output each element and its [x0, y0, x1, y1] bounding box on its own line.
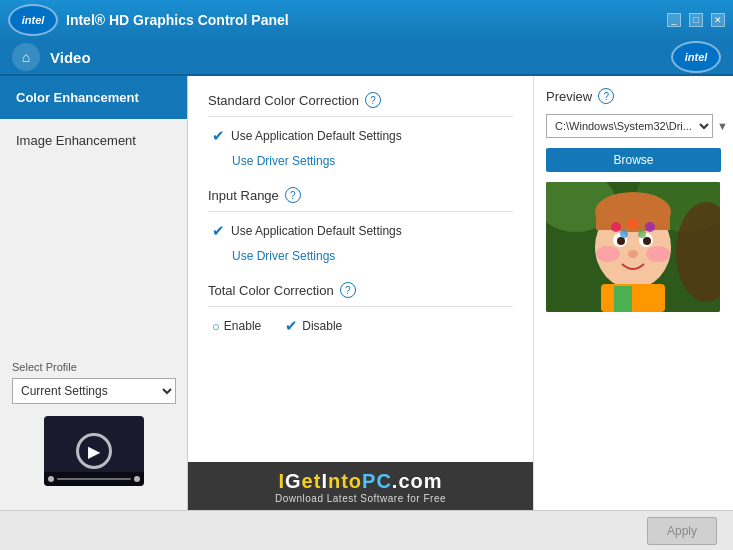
- maximize-button[interactable]: □: [689, 13, 703, 27]
- sidebar-item-color-enhancement[interactable]: Color Enhancement: [0, 76, 187, 119]
- info-icon-input[interactable]: ?: [285, 187, 301, 203]
- section-standard-color: Standard Color Correction ? ✔ Use Applic…: [208, 92, 513, 169]
- radio-enable[interactable]: ○ Enable: [212, 319, 261, 334]
- preview-path-select[interactable]: C:\Windows\System32\Dri...: [546, 114, 713, 138]
- link-driver-settings-input[interactable]: Use Driver Settings: [232, 249, 335, 263]
- watermark-main: IGetIntoPC.com: [188, 470, 533, 493]
- video-controls-bar: [44, 472, 144, 486]
- window-title: Intel® HD Graphics Control Panel: [66, 12, 289, 28]
- content-right-wrapper: Standard Color Correction ? ✔ Use Applic…: [188, 76, 733, 510]
- watermark-bar: IGetIntoPC.com Download Latest Software …: [188, 462, 533, 510]
- bottom-bar: Apply: [0, 510, 733, 550]
- watermark-sub: Download Latest Software for Free: [188, 493, 533, 504]
- checkbox-row-standard: ✔ Use Application Default Settings: [212, 127, 513, 145]
- checkbox-row-input: ✔ Use Application Default Settings: [212, 222, 513, 240]
- right-panel: Preview ? C:\Windows\System32\Dri... ▼ B…: [533, 76, 733, 510]
- vbar-dot2: [134, 476, 140, 482]
- intel-logo-title: intel: [8, 4, 58, 36]
- main-layout: Color Enhancement Image Enhancement Sele…: [0, 76, 733, 510]
- svg-point-17: [596, 246, 620, 262]
- minimize-button[interactable]: _: [667, 13, 681, 27]
- section-title-total: Total Color Correction: [208, 283, 334, 298]
- watermark-get: GetInto: [285, 470, 362, 492]
- checkbox-label-input: Use Application Default Settings: [231, 224, 402, 238]
- radio-disable-icon: ✔: [285, 317, 298, 335]
- link-driver-settings-standard[interactable]: Use Driver Settings: [232, 154, 335, 168]
- radio-disable-label: Disable: [302, 319, 342, 333]
- preview-image-svg: [546, 182, 720, 312]
- divider-input: [208, 211, 513, 212]
- home-button[interactable]: ⌂: [12, 43, 40, 71]
- checkbox-label-standard: Use Application Default Settings: [231, 129, 402, 143]
- play-icon: ▶: [76, 433, 112, 469]
- select-profile-label: Select Profile: [12, 361, 175, 373]
- preview-label: Preview: [546, 89, 592, 104]
- svg-rect-19: [601, 284, 665, 312]
- watermark-dot-com: .com: [392, 470, 443, 492]
- info-icon-preview[interactable]: ?: [598, 88, 614, 104]
- preview-image: [546, 182, 720, 312]
- checkbox-checked-standard: ✔: [212, 127, 225, 145]
- profile-select[interactable]: Current Settings: [12, 378, 176, 404]
- info-icon-standard[interactable]: ?: [365, 92, 381, 108]
- sub-header-title: Video: [50, 49, 91, 66]
- svg-point-15: [620, 230, 628, 238]
- browse-button[interactable]: Browse: [546, 148, 721, 172]
- divider-total: [208, 306, 513, 307]
- svg-point-16: [638, 230, 646, 238]
- content-area: Standard Color Correction ? ✔ Use Applic…: [188, 76, 533, 510]
- svg-rect-20: [614, 286, 632, 312]
- sidebar: Color Enhancement Image Enhancement Sele…: [0, 76, 188, 510]
- path-select-row: C:\Windows\System32\Dri... ▼: [546, 114, 721, 138]
- section-title-standard: Standard Color Correction: [208, 93, 359, 108]
- radio-enable-icon: ○: [212, 319, 220, 334]
- checkbox-checked-input: ✔: [212, 222, 225, 240]
- section-total-color: Total Color Correction ? ○ Enable ✔ Disa…: [208, 282, 513, 335]
- svg-point-13: [628, 219, 638, 229]
- section-title-row-input: Input Range ?: [208, 187, 513, 203]
- svg-point-18: [646, 246, 670, 262]
- intel-logo-header: intel: [671, 41, 721, 73]
- sub-header: ⌂ Video intel: [0, 40, 733, 76]
- svg-point-9: [617, 237, 625, 245]
- vbar-line: [57, 478, 131, 480]
- dropdown-arrow-icon: ▼: [717, 120, 728, 132]
- divider-standard: [208, 116, 513, 117]
- video-thumbnail: ▶: [44, 416, 144, 486]
- radio-disable[interactable]: ✔ Disable: [285, 317, 342, 335]
- radio-enable-label: Enable: [224, 319, 261, 333]
- sidebar-item-image-enhancement[interactable]: Image Enhancement: [0, 119, 187, 162]
- section-input-range: Input Range ? ✔ Use Application Default …: [208, 187, 513, 264]
- section-title-input: Input Range: [208, 188, 279, 203]
- info-icon-total[interactable]: ?: [340, 282, 356, 298]
- svg-point-10: [643, 237, 651, 245]
- preview-label-row: Preview ?: [546, 88, 721, 104]
- apply-button[interactable]: Apply: [647, 517, 717, 545]
- radio-row-total: ○ Enable ✔ Disable: [212, 317, 513, 335]
- section-title-row-total: Total Color Correction ?: [208, 282, 513, 298]
- svg-point-12: [611, 222, 621, 232]
- section-title-row-standard: Standard Color Correction ?: [208, 92, 513, 108]
- svg-point-11: [628, 250, 638, 258]
- sidebar-bottom: Select Profile Current Settings ▶: [0, 349, 187, 510]
- vbar-dot1: [48, 476, 54, 482]
- svg-point-14: [645, 222, 655, 232]
- watermark-pc: PC: [362, 470, 392, 492]
- title-bar-left: intel Intel® HD Graphics Control Panel: [8, 4, 289, 36]
- title-bar: intel Intel® HD Graphics Control Panel _…: [0, 0, 733, 40]
- close-button[interactable]: ✕: [711, 13, 725, 27]
